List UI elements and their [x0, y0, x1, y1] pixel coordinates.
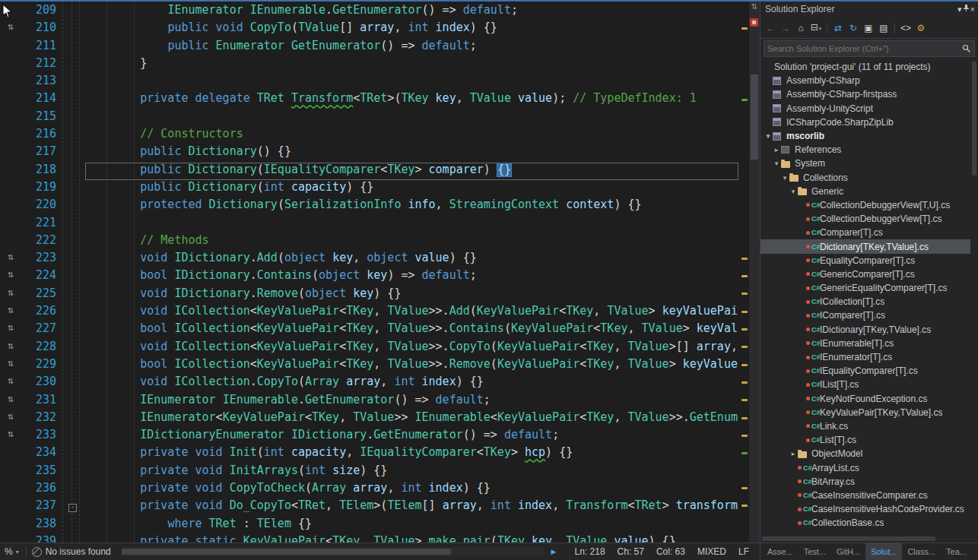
forward-icon[interactable]: →	[779, 21, 792, 36]
tree-item-file[interactable]: C#IList[T].cs	[760, 378, 978, 391]
member-indicator-icon[interactable]: ⇅	[0, 268, 21, 286]
member-indicator-icon[interactable]: ⇅	[0, 428, 21, 445]
tree-item-assembly[interactable]: ▾mscorlib	[760, 129, 978, 143]
code-line[interactable]: 221	[0, 216, 738, 233]
code-line[interactable]: 239 private static KeyValuePair<TKey, TV…	[0, 534, 738, 543]
code-text[interactable]: }	[85, 56, 738, 74]
tree-item-folder[interactable]: ▸ObjectModel	[760, 447, 978, 460]
code-line[interactable]: ⇅227 bool ICollection<KeyValuePair<TKey,…	[0, 321, 738, 339]
code-line[interactable]: ⇅225 void IDictionary.Remove(object key)…	[0, 286, 738, 304]
properties-icon[interactable]: ▤	[877, 21, 891, 36]
scroll-right-arrow-icon[interactable]: ▶	[551, 548, 557, 555]
split-editor-handle[interactable]: ⇅	[750, 2, 759, 11]
panel-horizontal-scrollbar[interactable]	[760, 535, 978, 543]
gutter-margin[interactable]	[0, 198, 21, 215]
member-indicator-icon[interactable]: ⇅	[0, 251, 21, 268]
code-line[interactable]: 222 // Methods	[0, 233, 738, 251]
tree-item-file[interactable]: C#CaseInsensitiveHashCodeProvider.cs	[760, 502, 978, 516]
gutter-margin[interactable]	[0, 91, 21, 109]
tree-item-folder[interactable]: ▾Generic	[760, 185, 978, 198]
chevron-collapsed-icon[interactable]: ▸	[789, 450, 798, 457]
member-indicator-icon[interactable]: ⇅	[0, 286, 21, 304]
copy-icon[interactable]: ▣	[862, 21, 875, 36]
code-line[interactable]: 212 }	[0, 56, 738, 74]
tree-item-file[interactable]: C#ICollection[T].cs	[760, 295, 978, 308]
code-text[interactable]: public Dictionary(IEqualityComparer<TKey…	[85, 163, 738, 180]
code-line[interactable]: 215	[0, 109, 738, 127]
tree-item-assembly[interactable]: Assembly-UnityScript	[760, 102, 978, 115]
tree-item-file[interactable]: C#GenericEqualityComparer[T].cs	[760, 281, 978, 295]
code-text[interactable]: public Dictionary() {}	[85, 144, 738, 162]
tool-window-tab[interactable]: GitH...	[831, 543, 865, 560]
code-line[interactable]: 211 public Enumerator GetEnumerator() =>…	[0, 39, 738, 56]
view-code-icon[interactable]: <>	[899, 21, 913, 36]
code-line[interactable]: 237- private void Do_CopyTo<TRet, TElem>…	[0, 498, 738, 516]
tool-window-tab[interactable]: Solut...	[865, 543, 902, 560]
code-line[interactable]: 234 private void Init(int capacity, IEqu…	[0, 445, 738, 463]
code-line[interactable]: 217 public Dictionary() {}	[0, 144, 738, 162]
tree-item-file[interactable]: C#CollectionDebuggerView[T,U].cs	[760, 198, 978, 212]
gutter-margin[interactable]	[0, 163, 21, 180]
tree-item-file[interactable]: C#Dictionary[TKey,TValue].cs	[760, 239, 978, 253]
editor-horizontal-scrollbar[interactable]	[122, 547, 544, 556]
code-line[interactable]: ⇅231 IEnumerator IEnumerable.GetEnumerat…	[0, 393, 738, 410]
tree-item-file[interactable]: C#IDictionary[TKey,TValue].cs	[760, 323, 978, 337]
refresh-icon[interactable]: ↻	[846, 21, 860, 36]
chevron-expanded-icon[interactable]: ▾	[772, 160, 781, 167]
zoom-control[interactable]: % ▾	[0, 546, 22, 557]
close-icon[interactable]: ×	[970, 5, 975, 14]
search-input[interactable]	[764, 44, 962, 53]
code-line[interactable]: 235 private void InitArrays(int size) {}	[0, 464, 738, 481]
tree-item-assembly[interactable]: Assembly-CSharp-firstpass	[760, 87, 978, 101]
code-text[interactable]	[85, 109, 738, 127]
tree-item-file[interactable]: C#IEqualityComparer[T].cs	[760, 364, 978, 378]
gutter-margin[interactable]	[0, 180, 21, 198]
member-indicator-icon[interactable]: ⇅	[0, 357, 21, 375]
code-text[interactable]: void ICollection.CopyTo(Array array, int…	[85, 375, 738, 392]
horizontal-scrollbar-thumb[interactable]	[122, 549, 451, 555]
code-text[interactable]: bool ICollection<KeyValuePair<TKey, TVal…	[85, 357, 738, 375]
code-line[interactable]: ⇅210 public void CopyTo(TValue[] array, …	[0, 21, 738, 38]
member-indicator-icon[interactable]: ⇅	[0, 393, 21, 410]
chevron-expanded-icon[interactable]: ▾	[764, 132, 773, 140]
tree-item-references[interactable]: ▸References	[760, 143, 978, 157]
tree-item-file[interactable]: C#BitArray.cs	[760, 475, 978, 489]
member-indicator-icon[interactable]: ⇅	[0, 304, 21, 321]
code-text[interactable]: public Enumerator GetEnumerator() => def…	[85, 39, 738, 56]
panel-title-bar[interactable]: Solution Explorer ▾×	[760, 0, 978, 18]
tree-item-assembly[interactable]: ICSharpCode.SharpZipLib	[760, 115, 978, 129]
member-indicator-icon[interactable]: ⇅	[0, 340, 21, 357]
editor-vertical-scrollbar[interactable]	[749, 0, 760, 543]
sync-with-active-document-icon[interactable]: ⇄	[831, 21, 845, 36]
gutter-margin[interactable]	[0, 56, 21, 74]
code-line[interactable]: ⇅228 void ICollection<KeyValuePair<TKey,…	[0, 340, 738, 357]
code-line[interactable]: ⇅229 bool ICollection<KeyValuePair<TKey,…	[0, 357, 738, 375]
code-text[interactable]: bool IDictionary.Contains(object key) =>…	[85, 268, 738, 286]
collapse-all-icon[interactable]: ⊟▾	[809, 20, 823, 36]
code-line[interactable]: ⇅230 void ICollection.CopyTo(Array array…	[0, 375, 738, 392]
gutter-margin[interactable]	[0, 74, 21, 91]
code-text[interactable]: IEnumerator IEnumerable.GetEnumerator() …	[85, 393, 738, 410]
code-text[interactable]: where TRet : TElem {}	[85, 517, 738, 534]
code-text[interactable]	[85, 216, 738, 233]
tree-item-file[interactable]: C#ArrayList.cs	[760, 460, 978, 474]
gutter-margin[interactable]	[0, 445, 21, 463]
gutter-margin[interactable]	[0, 144, 21, 162]
code-text[interactable]: // Methods	[85, 233, 738, 251]
code-text[interactable]: IEnumerator IEnumerable.GetEnumerator() …	[85, 3, 738, 21]
gutter-margin[interactable]	[0, 517, 21, 534]
tree-item-file[interactable]: C#CollectionBase.cs	[760, 516, 978, 530]
code-line[interactable]: ⇅232 IEnumerator<KeyValuePair<TKey, TVal…	[0, 410, 738, 428]
code-text[interactable]: private void Do_CopyTo<TRet, TElem>(TEle…	[85, 498, 738, 516]
code-text[interactable]: protected Dictionary(SerializationInfo i…	[85, 198, 738, 215]
code-text[interactable]: public void CopyTo(TValue[] array, int i…	[85, 21, 738, 38]
code-text[interactable]: // Constructors	[85, 127, 738, 144]
gutter-margin[interactable]	[0, 127, 21, 144]
code-line[interactable]: 238 where TRet : TElem {}	[0, 517, 738, 534]
code-line[interactable]: 236 private void CopyToCheck(Array array…	[0, 481, 738, 498]
code-text[interactable]	[85, 74, 738, 91]
code-line[interactable]: 220 protected Dictionary(SerializationIn…	[0, 198, 738, 215]
code-line[interactable]: 213	[0, 74, 738, 91]
code-line[interactable]: ⇅233 IDictionaryEnumerator IDictionary.G…	[0, 428, 738, 445]
code-line[interactable]: 219 public Dictionary(int capacity) {}	[0, 180, 738, 198]
